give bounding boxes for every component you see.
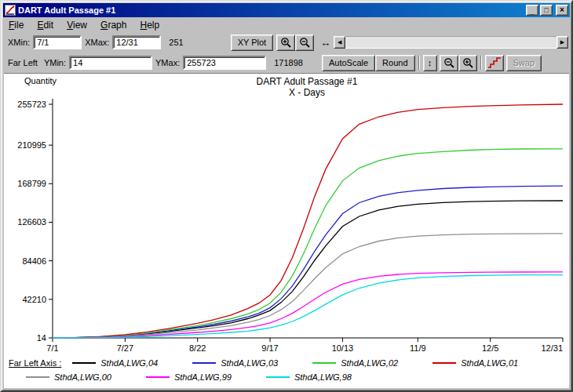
xy-plot-button[interactable]: XY Plot xyxy=(231,34,274,51)
x-count-label: 251 xyxy=(169,38,183,47)
far-left-label: Far Left xyxy=(8,58,38,67)
chart-area: Quantity DART Adult Passage #1 X - Days … xyxy=(4,73,569,388)
toolbar-separator xyxy=(480,56,482,70)
legend-entry: SthdA,LWG,98 xyxy=(266,372,352,382)
legend-swatch xyxy=(266,376,290,378)
scroll-right-button[interactable]: ▶ xyxy=(557,36,568,49)
x-tick-label: 10/13 xyxy=(332,343,354,353)
y-tick-label: 255723 xyxy=(17,100,46,109)
menu-file[interactable]: File xyxy=(3,19,29,31)
xmax-input[interactable] xyxy=(112,35,161,49)
xmax-label: XMax: xyxy=(85,38,109,47)
legend-entry: SthdA,LWG,02 xyxy=(312,358,398,368)
legend-label: SthdA,LWG,99 xyxy=(174,372,232,382)
chart-title: DART Adult Passage #1 xyxy=(53,76,561,87)
y-tick-label: 126603 xyxy=(17,217,46,227)
y-tick-label: 168799 xyxy=(17,179,46,188)
ymax-label: YMax: xyxy=(155,58,180,67)
menu-help[interactable]: Help xyxy=(135,19,166,31)
series-line xyxy=(53,104,563,338)
menu-graph[interactable]: Graph xyxy=(95,19,132,31)
y-zoom-out-button[interactable] xyxy=(440,55,458,71)
legend-swatch xyxy=(432,362,456,364)
zoom-in-icon xyxy=(280,37,291,48)
legend-entry: SthdA,LWG,03 xyxy=(192,358,278,368)
x-zoom-in-button[interactable] xyxy=(276,34,295,51)
minimize-icon: _ xyxy=(530,9,534,16)
y-tick-label: 210995 xyxy=(17,140,46,150)
y-toolbar: Far Left YMin: YMax: 171898 AutoScale Ro… xyxy=(2,53,571,73)
legend-entry: SthdA,LWG,00 xyxy=(26,372,111,382)
zoom-in-icon xyxy=(462,57,473,68)
series-line xyxy=(53,201,563,338)
legend-label: SthdA,LWG,02 xyxy=(341,358,398,368)
x-tick-label: 8/22 xyxy=(189,343,206,353)
autoscale-button[interactable]: AutoScale xyxy=(322,55,375,71)
y-tick-label: 14 xyxy=(37,333,46,343)
close-button[interactable]: × xyxy=(556,5,568,16)
y-current-label: 171898 xyxy=(274,58,303,67)
window-controls: _ □ × xyxy=(526,5,568,16)
right-arrow-icon: ▶ xyxy=(560,39,564,45)
series-line xyxy=(53,186,563,338)
h-pan-icon[interactable]: ↔ xyxy=(320,37,330,49)
round-button[interactable]: Round xyxy=(375,55,414,71)
legend: Far Left Axis : SthdA,LWG,04 SthdA,LWG,0… xyxy=(4,354,569,384)
maximize-icon: □ xyxy=(544,7,548,14)
x-tick-label: 7/1 xyxy=(46,343,58,353)
x-tick-label: 9/17 xyxy=(261,343,278,353)
menu-view[interactable]: View xyxy=(61,19,93,31)
series-line xyxy=(53,272,563,338)
app-icon xyxy=(5,5,16,16)
legend-label: SthdA,LWG,03 xyxy=(221,358,278,368)
x-tick-label: 12/31 xyxy=(541,343,563,353)
legend-swatch xyxy=(146,376,170,378)
chart-subtitle: X - Days xyxy=(53,87,561,98)
x-tick-label: 7/27 xyxy=(117,343,133,353)
y-zoom-in-button[interactable] xyxy=(458,55,477,71)
app-window: DART Adult Passage #1 _ □ × File Edit Vi… xyxy=(0,0,573,392)
ymin-input[interactable] xyxy=(69,56,152,70)
zoom-out-icon xyxy=(299,37,310,48)
step-plot-button[interactable] xyxy=(485,55,504,71)
close-icon: × xyxy=(560,6,564,14)
window-title: DART Adult Passage #1 xyxy=(18,5,526,15)
menubar: File Edit View Graph Help xyxy=(2,17,571,32)
menu-edit[interactable]: Edit xyxy=(31,19,59,31)
legend-entry: SthdA,LWG,04 xyxy=(72,358,158,368)
maximize-button[interactable]: □ xyxy=(540,5,553,16)
legend-entry: SthdA,LWG,99 xyxy=(146,372,232,382)
toolbar-separator xyxy=(418,56,420,70)
y-axis-label: Quantity xyxy=(24,76,57,85)
x-toolbar: XMin: XMax: 251 XY Plot ↔ ◀ ▶ xyxy=(2,32,571,53)
series-line xyxy=(53,234,563,338)
swap-button[interactable]: Swap xyxy=(506,55,542,71)
v-pan-icon: ↕ xyxy=(428,58,432,67)
y-tick-label: 42210 xyxy=(22,295,46,304)
legend-row-1: Far Left Axis : SthdA,LWG,04 SthdA,LWG,0… xyxy=(9,356,564,370)
legend-swatch xyxy=(26,376,49,378)
y-tick-label: 84406 xyxy=(22,256,46,266)
minimize-button[interactable]: _ xyxy=(526,5,538,16)
ymax-input[interactable] xyxy=(183,56,266,70)
titlebar[interactable]: DART Adult Passage #1 _ □ × xyxy=(3,3,570,17)
scroll-left-button[interactable]: ◀ xyxy=(334,36,345,49)
h-scrollbar-track[interactable] xyxy=(345,36,557,49)
legend-label: SthdA,LWG,01 xyxy=(461,358,518,368)
legend-label: SthdA,LWG,00 xyxy=(54,372,111,382)
left-arrow-icon: ◀ xyxy=(338,39,341,45)
legend-swatch xyxy=(72,362,96,364)
legend-row-2: SthdA,LWG,00 SthdA,LWG,99 SthdA,LWG,98 xyxy=(9,370,564,384)
x-zoom-out-button[interactable] xyxy=(295,34,314,51)
legend-label: SthdA,LWG,98 xyxy=(294,372,352,382)
ymin-label: YMin: xyxy=(44,58,66,67)
xmin-input[interactable] xyxy=(33,35,82,49)
zoom-out-icon xyxy=(443,57,454,68)
chart-plot[interactable]: 2557232109951687991266038440642210147/17… xyxy=(4,74,569,354)
legend-swatch xyxy=(192,362,216,364)
legend-axis-label: Far Left Axis : xyxy=(9,358,61,368)
legend-swatch xyxy=(312,362,336,364)
xmin-label: XMin: xyxy=(8,38,30,47)
step-plot-icon xyxy=(487,57,502,68)
v-pan-button[interactable]: ↕ xyxy=(423,55,437,71)
